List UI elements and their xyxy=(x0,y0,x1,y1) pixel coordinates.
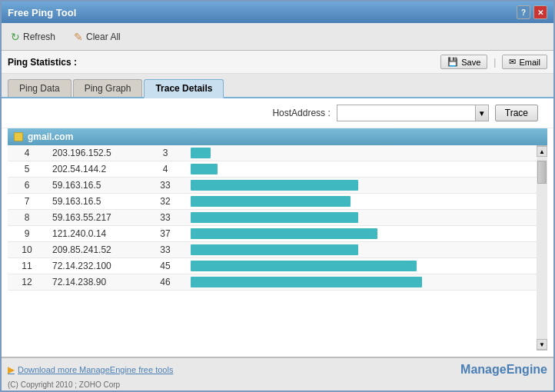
cell-hop: 11 xyxy=(8,258,46,274)
footer-area: ▶ Download more ManageEngine free tools … xyxy=(2,357,553,390)
clear-icon: ✎ xyxy=(74,31,83,43)
cell-hop: 4 xyxy=(8,145,46,161)
close-button[interactable]: ✕ xyxy=(533,5,547,19)
table-area: gmail.com 4 203.196.152.5 3 5 202.54.144… xyxy=(2,128,553,357)
scroll-track xyxy=(537,157,547,339)
cell-bar xyxy=(184,242,537,258)
clear-button[interactable]: ✎ Clear All xyxy=(71,29,124,45)
bar-chart xyxy=(191,212,358,223)
cell-hop: 12 xyxy=(8,274,46,291)
refresh-button[interactable]: ↻ Refresh xyxy=(8,29,58,45)
cell-ip: 59.163.16.5 xyxy=(46,194,146,210)
cell-bar xyxy=(184,178,537,194)
host-address-label: HostAddress : xyxy=(272,108,330,118)
cell-ms: 33 xyxy=(146,242,184,258)
cell-bar xyxy=(184,258,537,274)
cell-bar xyxy=(184,194,537,210)
footer: ▶ Download more ManageEngine free tools … xyxy=(2,357,553,380)
cell-hop: 5 xyxy=(8,161,46,178)
bar-chart xyxy=(191,277,422,287)
cell-bar xyxy=(184,210,537,226)
bar-chart xyxy=(191,244,358,255)
bar-chart xyxy=(191,196,351,207)
cell-hop: 10 xyxy=(8,242,46,258)
scroll-up-button[interactable]: ▲ xyxy=(537,146,547,157)
cell-bar xyxy=(184,274,537,291)
cell-ms: 3 xyxy=(146,145,184,161)
host-row: HostAddress : ▼ Trace xyxy=(2,98,553,128)
clear-label: Clear All xyxy=(86,32,121,42)
save-label: Save xyxy=(461,58,480,67)
save-button[interactable]: 💾 Save xyxy=(440,55,487,69)
group-name: gmail.com xyxy=(28,131,73,142)
brand: ManageEngine xyxy=(460,363,547,377)
main-window: Free Ping Tool ? ✕ ↻ Refresh ✎ Clear All… xyxy=(0,0,555,392)
title-bar-controls: ? ✕ xyxy=(517,5,547,19)
app-title: Free Ping Tool xyxy=(8,7,76,18)
cell-ms: 33 xyxy=(146,178,184,194)
email-icon: ✉ xyxy=(509,57,516,67)
tabs: Ping Data Ping Graph Trace Details xyxy=(2,74,553,98)
data-table-wrapper: 4 203.196.152.5 3 5 202.54.144.2 4 6 59.… xyxy=(8,145,547,350)
cell-ip: 72.14.238.90 xyxy=(46,274,146,291)
cell-ms: 33 xyxy=(146,210,184,226)
scroll-thumb[interactable] xyxy=(537,161,547,184)
cell-ip: 59.163.16.5 xyxy=(46,178,146,194)
host-address-input[interactable] xyxy=(337,105,475,121)
cell-bar xyxy=(184,226,537,242)
help-button[interactable]: ? xyxy=(517,5,530,19)
cell-hop: 9 xyxy=(8,226,46,242)
scroll-down-button[interactable]: ▼ xyxy=(537,339,547,350)
table-row: 8 59.163.55.217 33 xyxy=(8,210,537,226)
refresh-icon: ↻ xyxy=(11,31,20,43)
trace-button[interactable]: Trace xyxy=(495,105,538,121)
table-row: 10 209.85.241.52 33 xyxy=(8,242,537,258)
tab-ping-graph[interactable]: Ping Graph xyxy=(73,79,143,97)
table-row: 6 59.163.16.5 33 xyxy=(8,178,537,194)
cell-ip: 202.54.144.2 xyxy=(46,161,146,178)
cell-ms: 45 xyxy=(146,258,184,274)
ping-stats-label: Ping Statistics : xyxy=(8,57,77,68)
bar-chart xyxy=(191,164,218,174)
cell-ip: 59.163.55.217 xyxy=(46,210,146,226)
cell-hop: 7 xyxy=(8,194,46,210)
cell-ip: 72.14.232.100 xyxy=(46,258,146,274)
group-header: gmail.com xyxy=(8,128,547,145)
scrollbar[interactable]: ▲ ▼ xyxy=(537,145,547,350)
download-link[interactable]: ▶ Download more ManageEngine free tools xyxy=(8,364,173,375)
cell-ms: 4 xyxy=(146,161,184,178)
table-body: 4 203.196.152.5 3 5 202.54.144.2 4 6 59.… xyxy=(8,145,537,314)
host-dropdown-button[interactable]: ▼ xyxy=(475,105,489,121)
refresh-label: Refresh xyxy=(23,32,55,42)
copyright: (C) Copyright 2010 ; ZOHO Corp xyxy=(2,380,553,390)
cell-hop: 8 xyxy=(8,210,46,226)
save-icon: 💾 xyxy=(447,57,458,67)
table-row: 7 59.163.16.5 32 xyxy=(8,194,537,210)
group-icon xyxy=(14,132,23,141)
cell-ms: 46 xyxy=(146,274,184,291)
bar-chart xyxy=(191,228,377,239)
tab-trace-details[interactable]: Trace Details xyxy=(144,79,224,98)
cell-ms: 37 xyxy=(146,226,184,242)
cell-bar xyxy=(184,145,537,161)
cell-bar xyxy=(184,161,537,178)
cell-ip: 203.196.152.5 xyxy=(46,145,146,161)
stats-actions: 💾 Save | ✉ Email xyxy=(440,55,547,69)
email-button[interactable]: ✉ Email xyxy=(502,55,547,69)
table-row: 4 203.196.152.5 3 xyxy=(8,145,537,161)
stats-bar: Ping Statistics : 💾 Save | ✉ Email xyxy=(2,51,553,74)
main-content: HostAddress : ▼ Trace gmail.com 4 203.19… xyxy=(2,98,553,357)
separator: | xyxy=(494,57,496,68)
email-label: Email xyxy=(519,58,540,67)
download-text: Download more ManageEngine free tools xyxy=(18,365,173,374)
brand-accent: Engine xyxy=(507,363,547,376)
table-row: 5 202.54.144.2 4 xyxy=(8,161,537,178)
toolbar: ↻ Refresh ✎ Clear All xyxy=(2,23,553,51)
bar-chart xyxy=(191,180,358,191)
trace-table: 4 203.196.152.5 3 5 202.54.144.2 4 6 59.… xyxy=(8,145,537,350)
tab-ping-data[interactable]: Ping Data xyxy=(8,79,71,97)
download-arrow-icon: ▶ xyxy=(8,364,15,375)
table-row: 12 72.14.238.90 46 xyxy=(8,274,537,291)
title-bar-title: Free Ping Tool xyxy=(8,7,76,18)
cell-ip: 121.240.0.14 xyxy=(46,226,146,242)
